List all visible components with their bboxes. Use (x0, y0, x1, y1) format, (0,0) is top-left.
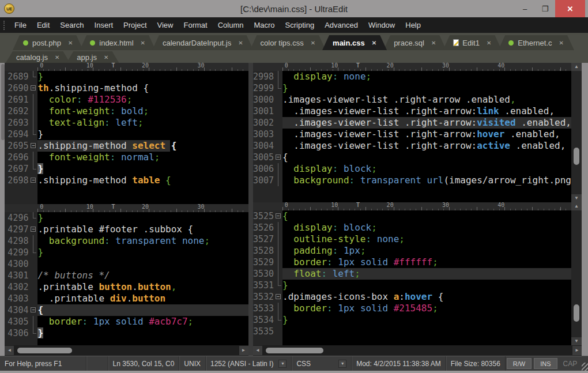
tab-close-icon[interactable]: ✕ (55, 54, 59, 61)
pane-splitter[interactable] (248, 63, 253, 356)
scroll-right-icon[interactable]: ► (572, 346, 582, 355)
fold-column[interactable]: − (30, 304, 37, 316)
fold-column[interactable]: − (30, 140, 37, 152)
tab-calendardateinput-js[interactable]: calendarDateInput.js✕ (152, 35, 254, 50)
fold-column[interactable]: − (30, 224, 37, 235)
scrollbar-thumb[interactable] (1, 64, 5, 140)
code-line[interactable]: font-weight: normal; (37, 152, 248, 163)
code-line[interactable]: .images-viewer-list .right-arrow:visited… (282, 117, 571, 129)
code-line[interactable]: .printable button.button, (37, 281, 248, 293)
chevron-down-icon[interactable]: ▼ (278, 360, 287, 368)
menu-grip-handle[interactable] (3, 21, 5, 30)
scroll-up-icon[interactable]: ▲ (571, 202, 582, 210)
code-line[interactable]: /* buttons */ (37, 270, 248, 281)
fold-collapse-icon[interactable]: − (31, 85, 36, 91)
fold-collapse-icon[interactable]: − (31, 227, 36, 232)
fold-column[interactable]: − (30, 175, 37, 186)
code-line[interactable]: background: transparent url(images/arrow… (282, 175, 571, 186)
code-line[interactable]: .dpimages-icons-box a:hover { (282, 291, 571, 303)
tab-main-css[interactable]: main.css✕ (322, 35, 387, 50)
insert-mode-toggle[interactable]: INS (534, 358, 557, 369)
menu-item-insert[interactable]: Insert (89, 17, 119, 33)
tab-color-tips-css[interactable]: color tips.css✕ (250, 35, 326, 50)
tab-catalog-js[interactable]: catalog.js✕ (6, 51, 70, 63)
tab-ethernet-c[interactable]: Ethernet.c✕ (498, 35, 574, 50)
code-line[interactable]: color: #112536; (37, 94, 248, 106)
fold-column[interactable]: − (275, 291, 282, 303)
menu-item-project[interactable]: Project (118, 17, 152, 33)
vertical-scrollbar-top-right[interactable]: ▲ ▼ (571, 63, 582, 202)
code-line[interactable]: th.shipping-method { (37, 82, 248, 94)
menu-item-advanced[interactable]: Advanced (319, 17, 363, 33)
resize-grip[interactable] (582, 363, 588, 371)
pane-bottom-left[interactable]: 010T20304054296}4297−.printable #footer … (5, 204, 248, 345)
code-line[interactable]: font-weight: bold; (37, 106, 248, 117)
menu-item-edit[interactable]: Edit (32, 17, 55, 33)
tab-close-icon[interactable]: ✕ (487, 40, 491, 46)
fold-column[interactable]: − (275, 152, 282, 163)
code-line[interactable]: .images-viewer-list .right-arrow:active … (282, 140, 571, 152)
code-line[interactable]: .images-viewer-list .right-arrow .enable… (282, 94, 571, 106)
menu-item-scripting[interactable]: Scripting (280, 17, 320, 33)
pane-top-right[interactable]: 010T2030402998 display: none;2999}3000.i… (253, 63, 571, 202)
code-line[interactable]: border: 1px solid #acb7c7; (37, 316, 248, 327)
menu-item-search[interactable]: Search (55, 17, 89, 33)
code-line[interactable]: border: 1px solid #215485; (282, 303, 571, 314)
fold-collapse-icon[interactable]: − (276, 213, 281, 218)
code-line[interactable]: } (282, 280, 571, 291)
tab-close-icon[interactable]: ✕ (238, 40, 243, 46)
maximize-button[interactable]: ❐ (535, 0, 555, 17)
code-line[interactable]: background: transparent none; (37, 235, 248, 247)
scroll-down-icon[interactable]: ▼ (571, 337, 582, 345)
menu-item-help[interactable]: Help (400, 17, 426, 33)
fold-collapse-icon[interactable]: − (31, 307, 36, 312)
tab-close-icon[interactable]: ✕ (372, 40, 376, 46)
code-line[interactable] (37, 258, 248, 270)
menu-item-column[interactable]: Column (213, 17, 249, 33)
code-line[interactable]: .images-viewer-list .right-arrow:link .e… (282, 106, 571, 117)
status-syntax-select[interactable]: CSS▼ (292, 356, 352, 371)
scrollbar-thumb[interactable] (17, 348, 72, 353)
tab-close-icon[interactable]: ✕ (104, 54, 108, 61)
tab-index-html[interactable]: index.html✕ (80, 35, 156, 50)
code-line[interactable]: .printable #footer .subbox { (37, 224, 248, 235)
tab-close-icon[interactable]: ✕ (559, 40, 564, 46)
tab-edit1[interactable]: Edit1✕ (443, 35, 502, 50)
code-line[interactable]: } (282, 314, 571, 326)
menu-item-macro[interactable]: Macro (248, 17, 280, 33)
code-line[interactable]: text-align: left; (37, 117, 248, 129)
code-line[interactable]: .shipping-method select { (37, 140, 248, 152)
menu-item-format[interactable]: Format (179, 17, 213, 33)
code-line[interactable]: float: left; (282, 268, 571, 280)
code-line[interactable]: padding: 1px; (282, 245, 571, 257)
code-line[interactable]: { (282, 210, 571, 222)
pane-top-left[interactable]: 010T20304052689}2690−th.shipping-method … (5, 63, 248, 204)
code-line[interactable]: } (37, 212, 248, 224)
code-line[interactable]: } (37, 163, 248, 175)
fold-collapse-icon[interactable]: − (276, 155, 281, 160)
scroll-down-icon[interactable]: ▼ (571, 194, 582, 202)
vertical-scrollbar-bottom-right[interactable]: ▲ ▼ (571, 202, 582, 345)
code-line[interactable]: } (37, 129, 248, 140)
tab-close-icon[interactable]: ✕ (68, 40, 73, 46)
left-vertical-scrollbar[interactable] (0, 63, 5, 356)
code-line[interactable]: { (282, 152, 571, 163)
tab-close-icon[interactable]: ✕ (431, 40, 436, 46)
fold-collapse-icon[interactable]: − (31, 143, 36, 148)
close-button[interactable]: ✕ (555, 0, 585, 17)
code-line[interactable]: } (282, 82, 571, 94)
code-line[interactable]: outline-style: none; (282, 233, 571, 245)
tab-close-icon[interactable]: ✕ (141, 40, 145, 46)
code-line[interactable]: border: 1px solid #ffffff; (282, 257, 571, 268)
scrollbar-thumb[interactable] (266, 348, 323, 353)
code-line[interactable]: .images-viewer-list .right-arrow:hover .… (282, 129, 571, 140)
status-encoding-select[interactable]: 1252 (ANSI - Latin I)▼ (206, 356, 292, 371)
code-line[interactable]: .printable div.button (37, 293, 248, 304)
horizontal-scrollbar-right[interactable]: ◄ ► (253, 345, 582, 356)
code-line[interactable] (282, 326, 571, 337)
horizontal-scrollbar-left[interactable]: ◄ ► (5, 345, 248, 356)
fold-column[interactable]: − (275, 210, 282, 222)
menu-item-file[interactable]: File (9, 17, 32, 33)
tab-app-js[interactable]: app.js✕ (66, 51, 119, 63)
code-line[interactable]: { (37, 304, 248, 316)
